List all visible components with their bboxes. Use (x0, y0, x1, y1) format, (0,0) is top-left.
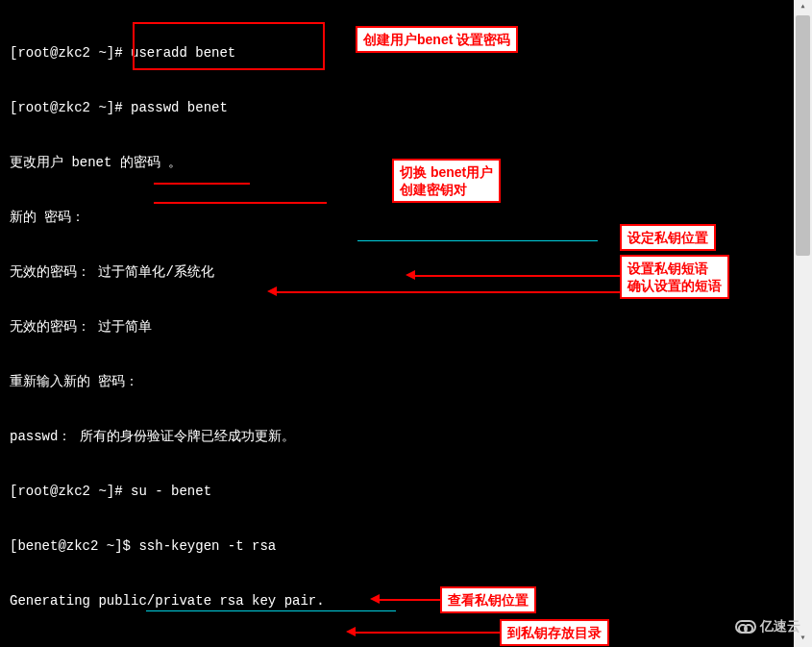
annotation-cd-key-dir: 到私钥存放目录 (500, 619, 609, 646)
arrow-line (154, 202, 327, 204)
annotation-create-user: 创建用户benet 设置密码 (356, 26, 518, 53)
scrollbar-up-button[interactable]: ▴ (794, 0, 812, 15)
annotation-view-key-location: 查看私钥位置 (440, 586, 536, 613)
terminal-line: [root@zkc2 ~]# su - benet (10, 483, 784, 501)
highlight-box-useradd (133, 22, 325, 70)
terminal-window: [root@zkc2 ~]# useradd benet [root@zkc2 … (0, 0, 794, 647)
terminal-line: [benet@zkc2 ~]$ ssh-keygen -t rsa (10, 537, 784, 556)
terminal-line: 无效的密码： 过于简单 (10, 318, 784, 336)
terminal-line: [root@zkc2 ~]# passwd benet (10, 99, 784, 117)
arrow-line (356, 632, 500, 634)
annotation-set-key-location: 设定私钥位置 (620, 224, 716, 251)
terminal-line: Generating public/private rsa key pair. (10, 592, 784, 610)
arrow-head-icon (370, 594, 380, 604)
arrow-head-icon (267, 286, 277, 296)
terminal-line: passwd： 所有的身份验证令牌已经成功更新。 (10, 428, 784, 446)
watermark-logo-icon (735, 620, 756, 634)
annotation-switch-user: 切换 benet用户 创建密钥对 (392, 159, 501, 203)
annotation-set-passphrase: 设置私钥短语 确认设置的短语 (620, 255, 729, 299)
vertical-scrollbar[interactable]: ▴ ▾ (794, 0, 812, 647)
arrow-head-icon (346, 627, 356, 636)
watermark-text: 亿速云 (760, 618, 800, 635)
watermark: 亿速云 (735, 618, 800, 635)
arrow-line (380, 599, 440, 601)
arrow-head-icon (406, 270, 415, 280)
scrollbar-thumb[interactable] (796, 15, 810, 256)
arrow-line (277, 291, 620, 293)
underline-cyan-lspath (146, 610, 396, 611)
arrow-line (154, 183, 250, 185)
underline-cyan-keypath (357, 240, 598, 241)
terminal-line: 重新输入新的 密码： (10, 373, 784, 391)
arrow-line (415, 275, 620, 277)
